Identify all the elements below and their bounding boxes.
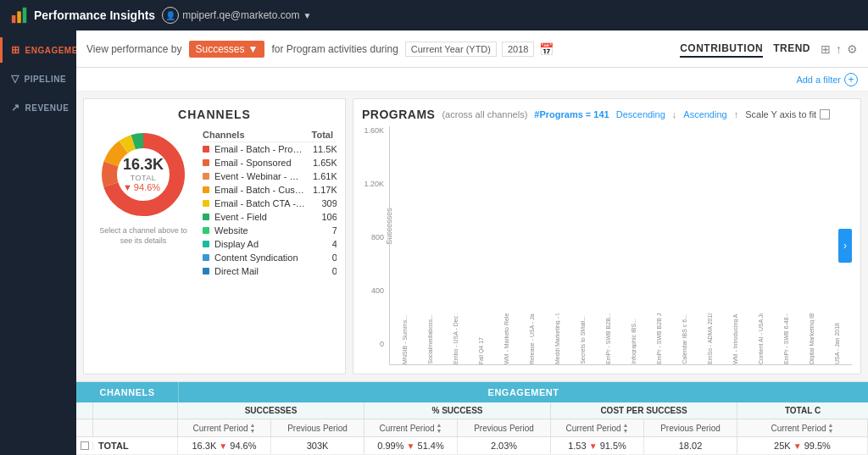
for-label: for Program activities during bbox=[271, 43, 398, 55]
period-pct-current: Current Period ▲▼ bbox=[364, 419, 458, 436]
channel-value: 7 bbox=[309, 224, 337, 237]
bar-group[interactable]: Embo - USA - Dec 2017 bbox=[444, 312, 467, 364]
bar-label: Meddi Marketing - USA... bbox=[554, 314, 560, 364]
scale-checkbox[interactable] bbox=[820, 109, 830, 119]
tab-contribution[interactable]: CONTRIBUTION bbox=[680, 41, 763, 58]
programs-title: PROGRAMS bbox=[362, 108, 435, 121]
bar-group[interactable]: WM - Introducing APAC... bbox=[724, 312, 747, 364]
channel-name: Event - Webinar - Marketo bbox=[214, 171, 309, 181]
row-checkbox[interactable] bbox=[81, 441, 89, 450]
user-email: mpiperf.qe@marketo.com bbox=[182, 9, 299, 21]
sidebar: ⊞ ENGAGEMENT ▽ PIPELINE ↗ REVENUE bbox=[0, 31, 76, 455]
tab-trend[interactable]: TREND bbox=[773, 41, 810, 58]
bar-label: WM - Introducing APAC... bbox=[732, 314, 738, 364]
successes-change: 94.6% bbox=[230, 441, 256, 451]
channel-row[interactable]: Event - Webinar - Marketo 1.61K bbox=[199, 169, 337, 183]
sidebar-item-revenue[interactable]: ↗ REVENUE bbox=[0, 95, 76, 120]
channel-row[interactable]: Email - Batch - Customer 1.17K bbox=[199, 183, 337, 197]
channel-row[interactable]: Content Syndication 0 bbox=[199, 251, 337, 264]
descending-sort[interactable]: Descending bbox=[616, 109, 665, 119]
total-pct-prev: 2.03% bbox=[458, 437, 551, 454]
channel-scroll[interactable]: Email - Batch - Prospect 11.5K Email - S… bbox=[199, 142, 337, 295]
bar-label: EmPr - SWB 6-48 - USA... bbox=[783, 314, 789, 364]
channel-row[interactable]: Email - Sponsored 1.65K bbox=[199, 156, 337, 169]
col-header-channels: Channels bbox=[199, 128, 286, 142]
y-axis-labels: 1.60K 1.20K 800 400 0 bbox=[362, 126, 387, 348]
bar-label: Content AI - USA Jan 2018 bbox=[758, 314, 764, 364]
channel-color-dot bbox=[203, 200, 209, 207]
total-successes-prev: 303K bbox=[271, 437, 364, 454]
settings-icon[interactable]: ⚙ bbox=[847, 42, 858, 56]
bar-group[interactable]: MNSIB - Summs... bbox=[393, 314, 416, 364]
bar-group[interactable]: Digital Marketing IBS... bbox=[800, 312, 823, 364]
channel-row[interactable]: Event - Field 106 bbox=[199, 210, 337, 224]
bar-group[interactable]: Release - USA - Jan 2018 bbox=[520, 312, 543, 364]
period-cost-prev: Previous Period bbox=[644, 419, 737, 436]
add-filter-button[interactable]: + bbox=[844, 73, 858, 86]
bar-group[interactable]: Fall Q4 17 bbox=[470, 336, 492, 364]
sort-arrows-3[interactable]: ▲▼ bbox=[623, 422, 629, 434]
sort-arrows-2[interactable]: ▲▼ bbox=[437, 422, 442, 434]
bar-group[interactable]: Content AI - USA Jan 2018 bbox=[749, 312, 772, 364]
bar-label: Calendar IBS c 6... bbox=[682, 314, 687, 364]
channel-name: Event - Field bbox=[214, 212, 267, 222]
col-header-total: Total bbox=[286, 128, 337, 142]
channel-name: Email - Sponsored bbox=[214, 158, 292, 168]
grid-view-icon[interactable]: ⊞ bbox=[821, 42, 831, 56]
ascending-sort[interactable]: Ascending bbox=[683, 109, 726, 119]
main-content: View performance by Successes ▼ for Prog… bbox=[76, 31, 868, 455]
donut-chart: 16.3K TOTAL ▼ 94.6% bbox=[97, 128, 190, 221]
channel-color-dot bbox=[203, 254, 209, 261]
channel-row[interactable]: Email - Batch - Prospect 11.5K bbox=[199, 142, 337, 156]
bar-group[interactable]: WM - Marketo Release... bbox=[495, 312, 518, 364]
bar-group[interactable]: EmPr - SWB B2B Jan... bbox=[648, 312, 670, 364]
bar-group[interactable]: Socialmediaboss... bbox=[419, 313, 442, 364]
bar-group[interactable]: Calendar IBS c 6... bbox=[673, 313, 696, 364]
bar-group[interactable]: Meddi Marketing - USA... bbox=[546, 312, 569, 364]
bar-group[interactable]: Infographic IBS... bbox=[622, 317, 645, 364]
period-total-current: Current Period ▲▼ bbox=[737, 419, 868, 436]
bar-group[interactable]: Secrets to SMall... bbox=[571, 314, 594, 364]
total-val: 25K bbox=[774, 441, 791, 451]
metric-select[interactable]: Successes ▼ bbox=[189, 41, 265, 58]
user-info: 👤 mpiperf.qe@marketo.com ▼ bbox=[162, 7, 311, 24]
channel-color-dot bbox=[203, 241, 209, 247]
sidebar-item-pipeline[interactable]: ▽ PIPELINE bbox=[0, 66, 76, 92]
bars-container: MNSIB - Summs... Socialmediaboss... Embo… bbox=[389, 126, 852, 365]
total-total-current: 25K ▼ 99.5% bbox=[737, 437, 868, 454]
channels-title: CHANNELS bbox=[92, 108, 337, 121]
bar-group[interactable]: EmPr - SWB 6-48 - USA... bbox=[775, 312, 798, 364]
bar-group[interactable]: EmSo - ADMA 2018... bbox=[698, 312, 721, 364]
chart-next-button[interactable]: › bbox=[838, 229, 852, 263]
programs-panel: PROGRAMS (across all channels) #Programs… bbox=[353, 98, 861, 375]
channels-panel: CHANNELS bbox=[83, 98, 346, 375]
bar-group[interactable]: EmPr - SWB B2B... bbox=[597, 312, 620, 364]
channel-row[interactable]: Display Ad 4 bbox=[199, 237, 337, 251]
programs-header: PROGRAMS (across all channels) #Programs… bbox=[362, 108, 852, 121]
export-icon[interactable]: ↑ bbox=[836, 42, 842, 56]
channel-color-dot bbox=[203, 214, 209, 220]
channel-row[interactable]: Website 7 bbox=[199, 224, 337, 237]
down-arrow-icon: ▼ bbox=[123, 182, 132, 192]
bar-label: EmPr - SWB B2B Jan... bbox=[656, 314, 662, 364]
calendar-icon[interactable]: 📅 bbox=[539, 42, 554, 56]
sub-successes-header: SUCCESSES bbox=[178, 402, 364, 419]
channel-row[interactable]: Email - Batch CTA - Prospect 309 bbox=[199, 197, 337, 210]
sidebar-revenue-label: REVENUE bbox=[25, 103, 70, 113]
programs-count: #Programs = 141 bbox=[534, 109, 609, 119]
sidebar-item-engagement[interactable]: ⊞ ENGAGEMENT bbox=[0, 37, 76, 63]
successes-val: 16.3K bbox=[192, 441, 217, 451]
sub-total-header: TOTAL C bbox=[737, 402, 868, 419]
user-menu-icon[interactable]: ▼ bbox=[303, 11, 311, 20]
pipeline-icon: ▽ bbox=[11, 73, 19, 85]
channel-row[interactable]: Direct Mail 0 bbox=[199, 264, 337, 278]
charts-row: CHANNELS bbox=[76, 92, 868, 381]
programs-chart-area: 1.60K 1.20K 800 400 0 Successes MNSIB - … bbox=[362, 126, 852, 365]
sort-arrows-1[interactable]: ▲▼ bbox=[250, 422, 256, 434]
pct-val: 0.99% bbox=[377, 441, 403, 451]
toolbar-icons: ⊞ ↑ ⚙ bbox=[821, 42, 858, 56]
period-cost-current: Current Period ▲▼ bbox=[551, 419, 644, 436]
bar-group[interactable]: USA - Jan 2018 bbox=[826, 321, 849, 364]
user-avatar-icon[interactable]: 👤 bbox=[162, 7, 179, 24]
sort-arrows-4[interactable]: ▲▼ bbox=[828, 422, 834, 434]
